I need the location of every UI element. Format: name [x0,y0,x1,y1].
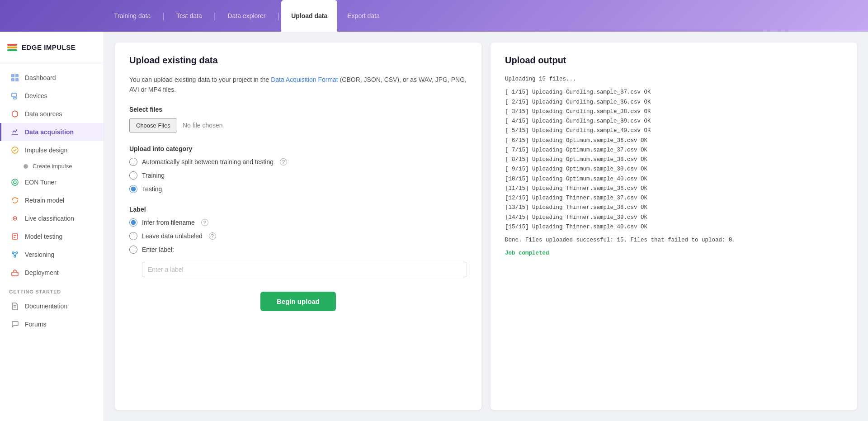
nav-export-data[interactable]: Export data [337,0,390,32]
main-content: Upload existing data You can upload exis… [104,32,868,421]
sidebar-label-dashboard: Dashboard [25,74,56,81]
svg-point-17 [14,255,16,257]
sidebar: EDGE IMPULSE Dashboard [0,32,104,421]
data-acquisition-format-link[interactable]: Data Acquisition Format [271,76,338,83]
svg-rect-0 [11,74,14,77]
sidebar-item-data-sources[interactable]: Data sources [0,105,104,123]
label-infer-radio[interactable] [129,218,137,227]
svg-rect-3 [15,78,19,81]
select-files-label: Select files [129,106,467,113]
sidebar-sub-item-create-impulse[interactable]: Create impulse [0,159,104,173]
sidebar-item-eon-tuner[interactable]: EON Tuner [0,173,104,191]
sidebar-label-data-sources: Data sources [25,110,62,118]
logo-bar-green [7,49,17,51]
label-unlabeled-radio[interactable] [129,232,137,240]
category-testing[interactable]: Testing [129,185,467,193]
svg-rect-1 [15,74,19,77]
sidebar-item-data-acquisition[interactable]: Data acquisition [0,123,104,141]
data-sources-icon [10,109,19,118]
category-radio-group: Automatically split between training and… [129,158,467,193]
log-lines-container: [ 1/15] Uploading Curdling.sample_37.csv… [505,88,843,232]
model-testing-icon [10,232,19,241]
sidebar-item-retrain-model[interactable]: Retrain model [0,191,104,209]
nav-upload-data[interactable]: Upload data [281,0,337,32]
unlabeled-help-icon[interactable]: ? [209,232,216,240]
sidebar-label-devices: Devices [25,92,47,99]
sidebar-item-model-testing[interactable]: Model testing [0,227,104,246]
sidebar-label-retrain-model: Retrain model [25,197,64,204]
uploading-header: Uploading 15 files... [505,75,843,84]
log-line: [15/15] Uploading Thinner.sample_40.csv … [505,222,843,232]
nav-data-explorer[interactable]: Data explorer [217,0,275,32]
begin-upload-button[interactable]: Begin upload [260,292,336,311]
category-testing-radio[interactable] [129,185,137,193]
sidebar-label-deployment: Deployment [25,269,59,276]
label-enter-label[interactable]: Enter label: [129,246,467,254]
log-line: [ 1/15] Uploading Curdling.sample_37.csv… [505,88,843,97]
nav-training-data[interactable]: Training data [104,0,160,32]
no-file-text: No file chosen [183,122,223,129]
sidebar-item-deployment[interactable]: Deployment [0,264,104,282]
done-line: Done. Files uploaded successful: 15. Fil… [505,236,843,245]
log-line: [ 8/15] Uploading Optimum.sample_38.csv … [505,155,843,165]
svg-line-19 [14,254,14,255]
log-line: [11/15] Uploading Thinner.sample_36.csv … [505,184,843,194]
sidebar-label-forums: Forums [25,321,46,328]
svg-point-16 [16,252,18,254]
log-line: [13/15] Uploading Thinner.sample_38.csv … [505,203,843,213]
sidebar-item-devices[interactable]: Devices [0,87,104,105]
main-layout: EDGE IMPULSE Dashboard [0,32,868,421]
sidebar-label-eon-tuner: EON Tuner [25,179,57,186]
category-training-radio[interactable] [129,171,137,180]
label-text-input[interactable] [142,262,467,277]
choose-files-button[interactable]: Choose Files [129,118,177,132]
svg-rect-12 [12,234,18,239]
sidebar-label-versioning: Versioning [25,251,54,258]
label-infer-filename[interactable]: Infer from filename ? [129,218,467,227]
impulse-design-icon [10,146,19,155]
sidebar-label-model-testing: Model testing [25,233,62,240]
sidebar-item-live-classification[interactable]: Live classification [0,209,104,227]
versioning-icon [10,250,19,259]
sidebar-label-create-impulse: Create impulse [33,163,72,170]
devices-icon [10,91,19,100]
auto-split-help-icon[interactable]: ? [280,158,287,166]
log-line: [14/15] Uploading Thinner.sample_39.csv … [505,213,843,222]
log-line: [ 2/15] Uploading Curdling.sample_36.csv… [505,98,843,107]
category-auto-split-label: Automatically split between training and… [142,158,274,166]
sidebar-nav: Dashboard Devices Dat [0,63,104,421]
sidebar-item-dashboard[interactable]: Dashboard [0,69,104,87]
label-section-title: Label [129,206,467,213]
svg-point-11 [14,218,16,219]
category-auto-split[interactable]: Automatically split between training and… [129,158,467,166]
log-line: [ 4/15] Uploading Curdling.sample_39.csv… [505,117,843,126]
category-training[interactable]: Training [129,171,467,180]
nav-test-data[interactable]: Test data [166,0,212,32]
svg-point-9 [14,181,16,184]
sidebar-label-documentation: Documentation [25,303,67,310]
upload-panel-title: Upload existing data [129,55,467,66]
upload-output-panel: Upload output Uploading 15 files... [ 1/… [491,43,857,410]
sidebar-item-versioning[interactable]: Versioning [0,246,104,264]
sidebar-item-documentation[interactable]: Documentation [0,297,104,315]
retrain-model-icon [10,196,19,205]
log-line: [10/15] Uploading Optimum.sample_40.csv … [505,175,843,184]
log-line: [ 9/15] Uploading Optimum.sample_39.csv … [505,165,843,174]
svg-point-8 [12,179,18,185]
category-auto-split-radio[interactable] [129,158,137,166]
label-leave-unlabeled[interactable]: Leave data unlabeled ? [129,232,467,240]
nav-separator-2: | [212,11,218,21]
getting-started-title: GETTING STARTED [0,282,104,297]
nav-separator-3: | [275,11,281,21]
sidebar-item-impulse-design[interactable]: Impulse design [0,141,104,159]
svg-rect-4 [12,93,16,97]
upload-output-content: Uploading 15 files... [ 1/15] Uploading … [505,75,843,259]
label-enter-radio[interactable] [129,246,137,254]
top-navigation: Training data | Test data | Data explore… [0,0,868,32]
svg-line-20 [15,254,16,255]
label-unlabeled-label: Leave data unlabeled [142,232,203,240]
category-training-label: Training [142,172,165,179]
upload-into-category-label: Upload into category [129,145,467,152]
infer-help-icon[interactable]: ? [201,219,208,226]
sidebar-item-forums[interactable]: Forums [0,315,104,333]
